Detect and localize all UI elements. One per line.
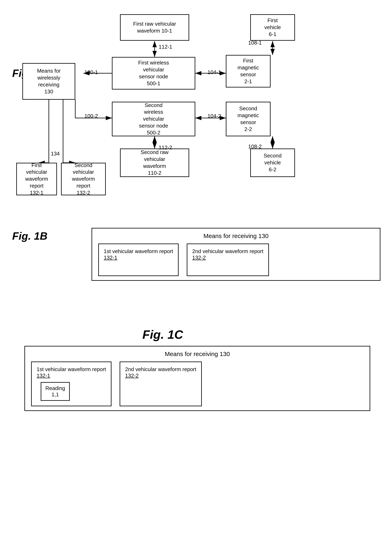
label-108-1: 108-1 [248,40,262,46]
fig1c-box2: 2nd vehicular waveform report 132-2 [120,362,202,406]
fig1c-outer-box: Means for receiving 130 1st vehicular wa… [24,346,370,411]
fig1b-box1-line2: 132-1 [104,255,173,261]
second-vehicular-report-box: Second vehicular waveform report 132-2 [61,163,106,195]
fig1c-inner-row: 1st vehicular waveform report 132-1 Read… [31,362,364,406]
label-112-2: 112-2 [159,144,172,151]
label-104-2: 104-2 [207,113,221,119]
fig1b-box1: 1st vehicular waveform report 132-1 [98,243,179,276]
fig1c-box1-line1: 1st vehicular waveform report [37,366,106,373]
fig1c-outer: Means for receiving 130 1st vehicular wa… [24,346,370,411]
first-raw-waveform-box: First raw vehicular waveform 10-1 [120,14,189,41]
fig1c-reading-label: Reading [45,385,65,391]
fig1b-box2-line2: 132-2 [192,255,263,261]
label-100-2: 100-2 [85,113,98,119]
fig1b-outer-box: Means for receiving 130 1st vehicular wa… [91,228,381,281]
label-100-1: 100-1 [85,69,98,75]
label-134: 134 [51,151,60,157]
label-104-1: 104-1 [207,69,221,75]
second-vehicle-box: Second vehicle 6-2 [250,148,295,177]
second-magnetic-box: Second magnetic sensor 2-2 [226,102,271,136]
page: Fig. 1A [0,0,392,543]
second-wireless-node-box: Second wireless vehicular sensor node 50… [112,102,195,136]
first-vehicular-report-box: First vehicular waveform report 132-1 [16,163,57,195]
fig1b-title: Means for receiving 130 [98,232,374,239]
fig1b-inner-row: 1st vehicular waveform report 132-1 2nd … [98,243,374,276]
fig1c-box2-line2: 132-2 [125,373,196,379]
first-magnetic-box: First magnetic sensor 2-1 [226,55,271,87]
first-vehicle-box: First vehicle 6-1 [250,14,295,41]
diagram-arrows [12,10,378,230]
means-receiving-box: Means for wirelessly receiving 130 [22,63,75,100]
fig1c-reading-box: Reading 1,1 [37,379,106,401]
fig1c-reading-value: 1,1 [45,391,65,398]
fig1c-title: Means for receiving 130 [31,351,364,357]
fig1b-label: Fig. 1B [12,230,47,242]
first-wireless-node-box: First wireless vehicular sensor node 500… [112,57,195,90]
fig1c-box2-line1: 2nd vehicular waveform report [125,366,196,373]
fig1c-label: Fig. 1C [142,328,183,342]
fig1c-reading: Reading 1,1 [41,382,70,401]
fig1b-box1-line1: 1st vehicular waveform report [104,248,173,255]
fig1b-box2-line1: 2nd vehicular waveform report [192,248,263,255]
second-raw-waveform-box: Second raw vehicular waveform 110-2 [120,148,189,177]
label-112-1: 112-1 [159,44,172,50]
fig1c-box1: 1st vehicular waveform report 132-1 Read… [31,362,112,406]
diagram-1a: First raw vehicular waveform 10-1 First … [12,10,378,230]
label-108-2: 108-2 [248,143,262,150]
fig1b-outer: Means for receiving 130 1st vehicular wa… [91,228,381,281]
fig1c-box1-line2: 132-1 [37,373,106,379]
fig1b-box2: 2nd vehicular waveform report 132-2 [187,243,269,276]
